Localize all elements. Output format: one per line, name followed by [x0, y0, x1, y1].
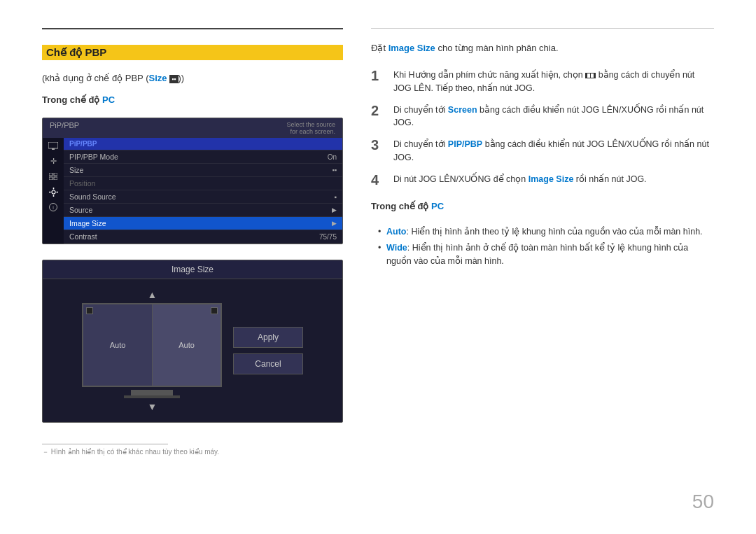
pip-icon [585, 73, 596, 78]
cancel-button[interactable]: Cancel [233, 353, 302, 374]
screen-base [124, 395, 180, 398]
right-section-title: Trong chế độ PC [371, 201, 714, 211]
bullet-list: Auto: Hiển thị hình ảnh theo tỷ lệ khung… [371, 225, 714, 268]
footnote-text: － Hình ảnh hiển thị có thể khác nhau tùy… [42, 447, 343, 457]
step-3: 3 Di chuyển tới PIP/PBP bằng cách điều k… [371, 138, 714, 164]
footnote-area: － Hình ảnh hiển thị có thể khác nhau tùy… [42, 438, 343, 457]
screen-stand-assembly [124, 390, 180, 398]
step-4-number: 4 [371, 173, 386, 187]
osd-icon-column: ✛ i [43, 138, 64, 244]
subtitle: (khả dụng ở chế độ PBP (Size ▪▪)) [42, 73, 343, 83]
bullet-auto: Auto: Hiển thị hình ảnh theo tỷ lệ khung… [378, 225, 714, 239]
step-list: 1 Khi Hướng dẫn phím chức năng xuất hiện… [371, 69, 714, 187]
svg-rect-10 [49, 191, 51, 192]
term-wide: Wide [386, 243, 407, 253]
bullet-wide: Wide: Hiển thị hình ảnh ở chế độ toàn mà… [378, 241, 714, 268]
svg-rect-6 [54, 177, 57, 180]
page-number: 50 [692, 491, 714, 513]
bullet-wide-text: : Hiển thị hình ảnh ở chế độ toàn màn hì… [386, 243, 688, 266]
image-size-title: Image Size [43, 260, 342, 279]
svg-rect-4 [54, 173, 57, 176]
right-column: Đặt Image Size cho từng màn hình phân ch… [371, 28, 714, 506]
osd-header-note: Select the sourcefor each screen. [286, 121, 335, 135]
subtitle-text: (khả dụng ở chế độ PBP (Size ▪▪)) [42, 73, 184, 83]
svg-point-7 [52, 190, 55, 194]
svg-rect-0 [48, 142, 58, 148]
step-3-highlight: PIP/PBP [448, 139, 482, 149]
svg-rect-11 [56, 191, 58, 192]
step-4: 4 Di nút JOG LÊN/XUỐNG để chọn Image Siz… [371, 173, 714, 187]
osd-row-image-size: Image Size ▶ [64, 217, 342, 230]
osd-icon-info: i [47, 202, 59, 212]
step-1: 1 Khi Hướng dẫn phím chức năng xuất hiện… [371, 69, 714, 95]
osd-row-contrast: Contrast 75/75 [64, 230, 342, 244]
intro-highlight: Image Size [388, 43, 435, 53]
step-3-text: Di chuyển tới PIP/PBP bằng cách điều khi… [393, 138, 714, 164]
osd-menu: PiP/PBP Select the sourcefor each screen… [42, 118, 343, 244]
footnote-divider [42, 444, 168, 444]
svg-text:✛: ✛ [50, 157, 57, 165]
right-top-divider [371, 28, 714, 29]
image-size-body: ▲ Auto Auto [43, 279, 342, 422]
svg-rect-8 [52, 188, 54, 190]
arrow-up-icon: ▲ [147, 289, 157, 300]
step-2-highlight: Screen [448, 105, 477, 115]
svg-rect-5 [49, 177, 52, 180]
left-column: Chế độ PBP (khả dụng ở chế độ PBP (Size … [42, 28, 343, 506]
screen-stand [131, 390, 173, 395]
osd-icon-display [47, 141, 59, 150]
screen-half-right: Auto [153, 304, 221, 386]
screen-preview-area: ▲ Auto Auto [82, 289, 222, 412]
osd-icon-gear [47, 187, 59, 197]
svg-rect-3 [49, 173, 52, 176]
osd-header-label: PiP/PBP [50, 121, 79, 135]
screen-indicator-left [86, 307, 93, 314]
osd-sidebar: ✛ i PiP/PBP [43, 138, 342, 244]
osd-row-sound-source: Sound Source ▪ [64, 190, 342, 204]
osd-row-position: Position [64, 177, 342, 190]
screen-left-label: Auto [110, 341, 126, 349]
step-2-number: 2 [371, 104, 386, 118]
screen-half-left: Auto [83, 304, 153, 386]
sub-heading-pc: Trong chế độ PC [42, 94, 343, 105]
section-title: Chế độ PBP [42, 45, 343, 60]
osd-row-mode: PIP/PBP Mode On [64, 150, 342, 164]
step-1-number: 1 [371, 69, 386, 83]
screen-mock: Auto Auto [82, 303, 222, 387]
osd-content: PiP/PBP PIP/PBP Mode On Size ▪▪ Position [64, 138, 342, 244]
osd-icon-move: ✛ [47, 156, 59, 166]
osd-row-source: Source ▶ [64, 204, 342, 217]
osd-icon-grid [47, 171, 59, 181]
osd-row-pip-header: PiP/PBP [64, 138, 342, 150]
step-2-text: Di chuyển tới Screen bằng cách điều khiể… [393, 104, 714, 130]
arrow-down-icon: ▼ [147, 401, 157, 412]
step-3-number: 3 [371, 138, 386, 152]
svg-rect-9 [52, 195, 54, 197]
osd-header: PiP/PBP Select the sourcefor each screen… [43, 118, 342, 138]
step-4-highlight: Image Size [528, 174, 574, 184]
step-2: 2 Di chuyển tới Screen bằng cách điều kh… [371, 104, 714, 130]
image-size-dialog: Image Size ▲ Auto Auto [42, 260, 343, 423]
step-4-text: Di nút JOG LÊN/XUỐNG để chọn Image Size … [393, 173, 647, 186]
intro-text: Đặt Image Size cho từng màn hình phân ch… [371, 43, 714, 53]
svg-text:i: i [52, 205, 54, 210]
top-divider [42, 28, 343, 29]
step-1-text: Khi Hướng dẫn phím chức năng xuất hiện, … [393, 69, 714, 95]
osd-row-size: Size ▪▪ [64, 164, 342, 177]
bullet-auto-text: : Hiển thị hình ảnh theo tỷ lệ khung hìn… [406, 227, 702, 237]
screen-right-label: Auto [178, 341, 195, 349]
apply-button[interactable]: Apply [233, 327, 302, 348]
term-auto: Auto [386, 227, 406, 237]
dialog-buttons: Apply Cancel [233, 327, 302, 374]
screen-indicator-right [211, 307, 218, 314]
svg-rect-1 [52, 148, 55, 150]
